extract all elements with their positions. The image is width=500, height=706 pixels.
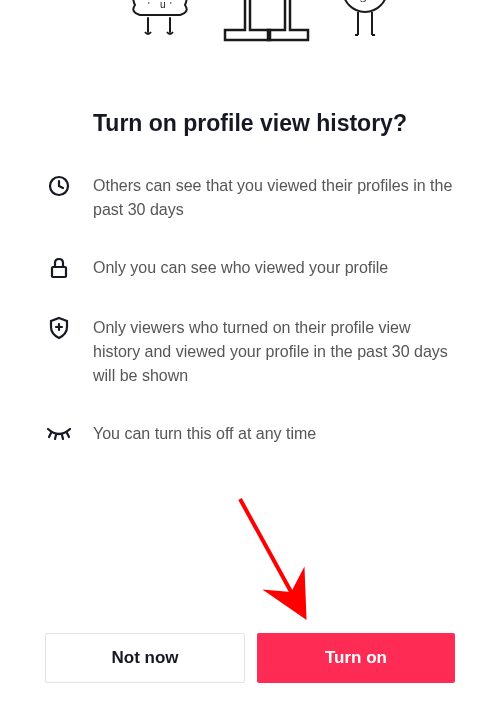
clock-icon: [45, 172, 73, 200]
svg-text:u: u: [160, 0, 166, 10]
turn-on-button[interactable]: Turn on: [257, 633, 455, 683]
lock-icon: [45, 254, 73, 282]
shield-plus-icon: [45, 314, 73, 342]
feature-text: Only viewers who turned on their profile…: [93, 314, 455, 388]
feature-item: Others can see that you viewed their pro…: [45, 172, 455, 222]
feature-item: You can turn this off at any time: [45, 420, 455, 448]
page-title: Turn on profile view history?: [0, 110, 500, 137]
feature-list: Others can see that you viewed their pro…: [0, 172, 500, 448]
svg-text:': ': [148, 0, 150, 10]
not-now-button[interactable]: Not now: [45, 633, 245, 683]
eye-closed-icon: [45, 420, 73, 448]
svg-text:3: 3: [360, 0, 367, 5]
annotation-arrow: [230, 494, 330, 628]
button-row: Not now Turn on: [45, 633, 455, 683]
feature-item: Only you can see who viewed your profile: [45, 254, 455, 282]
feature-text: Others can see that you viewed their pro…: [93, 172, 455, 222]
feature-text: Only you can see who viewed your profile: [93, 254, 388, 280]
svg-text:': ': [170, 0, 172, 10]
feature-item: Only viewers who turned on their profile…: [45, 314, 455, 388]
header-illustration: ' u ' 3: [0, 0, 500, 85]
feature-text: You can turn this off at any time: [93, 420, 316, 446]
svg-rect-6: [52, 267, 66, 277]
